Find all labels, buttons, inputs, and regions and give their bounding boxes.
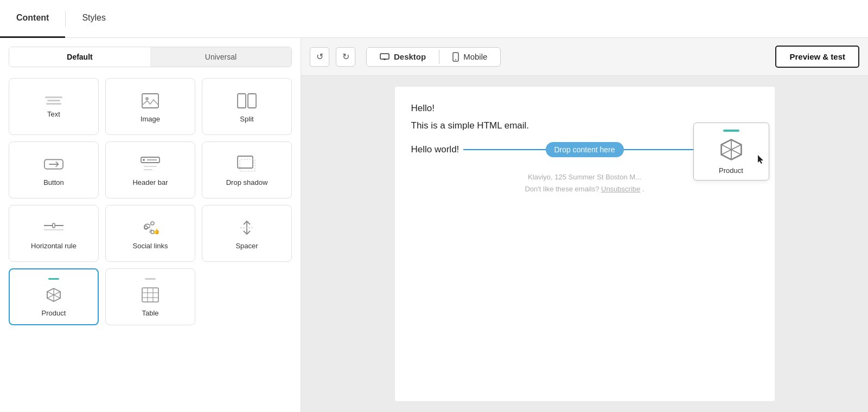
email-hello-world: Hello world! — [411, 144, 459, 155]
mobile-icon — [452, 52, 459, 62]
email-drop-row: Hello world! Drop content here — [411, 144, 758, 155]
svg-point-17 — [151, 222, 154, 225]
footer-unsubscribe-post: . — [642, 185, 644, 193]
view-toggle: Desktop Mobile — [366, 47, 501, 67]
svg-point-1 — [145, 97, 149, 100]
block-spacer-label: Spacer — [235, 242, 258, 250]
table-icon — [141, 285, 160, 305]
email-preview: Hello! This is a simple HTML email. Hell… — [395, 87, 775, 401]
svg-text:#: # — [149, 228, 152, 234]
product-icon — [44, 285, 63, 305]
blocks-grid: Text Image — [0, 74, 301, 330]
footer-unsubscribe: Don't like these emails? Unsubscribe . — [411, 183, 758, 195]
social-links-icon: # 👍 — [141, 218, 160, 237]
svg-point-7 — [143, 159, 145, 161]
table-top-lines — [145, 278, 156, 280]
text-icon — [45, 96, 62, 105]
right-canvas: ↺ ↻ Desktop Mobile — [301, 38, 868, 412]
block-social-links-label: Social links — [132, 242, 168, 250]
block-product[interactable]: Product — [9, 268, 99, 325]
footer-unsubscribe-pre: Don't like these emails? — [525, 185, 599, 193]
svg-rect-0 — [142, 94, 158, 108]
block-image-label: Image — [141, 115, 160, 123]
product-top-lines — [48, 278, 59, 280]
main-layout: Default Universal Text — [0, 38, 868, 412]
block-social-links[interactable]: # 👍 Social links — [105, 205, 195, 262]
product-teal-bar — [723, 130, 739, 132]
svg-rect-3 — [248, 94, 256, 108]
tab-row: Content Styles — [0, 0, 122, 38]
block-button-label: Button — [43, 178, 64, 186]
drop-shadow-icon — [237, 154, 257, 174]
block-split[interactable]: Split — [202, 78, 292, 135]
desktop-view-btn[interactable]: Desktop — [367, 48, 439, 66]
block-text[interactable]: Text — [9, 78, 99, 135]
block-header-bar-label: Header bar — [132, 178, 168, 186]
block-product-label: Product — [42, 309, 66, 317]
spacer-icon — [237, 218, 257, 237]
email-greeting: Hello! — [411, 103, 758, 114]
left-panel: Default Universal Text — [0, 38, 301, 412]
block-split-label: Split — [240, 115, 253, 123]
tab-content[interactable]: Content — [0, 0, 65, 38]
mobile-label: Mobile — [463, 52, 487, 61]
product-card-label: Product — [719, 166, 743, 175]
cursor-icon — [757, 154, 764, 165]
svg-point-33 — [455, 59, 456, 60]
tab-styles[interactable]: Styles — [66, 0, 122, 38]
block-text-label: Text — [47, 110, 60, 118]
block-table[interactable]: Table — [105, 268, 195, 325]
top-tab-bar: Content Styles — [0, 0, 868, 38]
segment-control: Default Universal — [9, 47, 292, 67]
split-icon — [237, 91, 257, 111]
header-bar-icon — [141, 154, 160, 174]
block-table-label: Table — [142, 309, 158, 317]
block-drop-shadow-label: Drop shadow — [226, 178, 268, 186]
button-icon — [44, 154, 63, 174]
footer-unsubscribe-link[interactable]: Unsubscribe — [601, 185, 640, 193]
redo-button[interactable]: ↻ — [336, 47, 355, 67]
canvas-area: Hello! This is a simple HTML email. Hell… — [301, 76, 868, 412]
desktop-label: Desktop — [394, 52, 426, 61]
image-icon — [141, 91, 160, 111]
svg-rect-24 — [142, 288, 158, 302]
block-drop-shadow[interactable]: Drop shadow — [202, 141, 292, 198]
block-button[interactable]: Button — [9, 141, 99, 198]
svg-rect-14 — [53, 223, 55, 228]
block-horizontal-rule-label: Horizontal rule — [31, 242, 76, 250]
segment-universal[interactable]: Universal — [150, 47, 291, 67]
block-image[interactable]: Image — [105, 78, 195, 135]
preview-test-button[interactable]: Preview & test — [775, 46, 859, 68]
canvas-toolbar: ↺ ↻ Desktop Mobile — [301, 38, 868, 76]
block-horizontal-rule[interactable]: Horizontal rule — [9, 205, 99, 262]
product-card: Product — [693, 123, 769, 181]
svg-rect-29 — [380, 54, 389, 59]
mobile-view-btn[interactable]: Mobile — [439, 48, 500, 66]
drop-content-label[interactable]: Drop content here — [545, 142, 623, 157]
product-card-icon — [719, 137, 744, 162]
segment-default[interactable]: Default — [9, 47, 150, 67]
svg-text:👍: 👍 — [153, 228, 160, 235]
block-spacer[interactable]: Spacer — [202, 205, 292, 262]
desktop-icon — [380, 53, 390, 61]
undo-button[interactable]: ↺ — [310, 47, 329, 67]
block-header-bar[interactable]: Header bar — [105, 141, 195, 198]
svg-rect-2 — [238, 94, 246, 108]
horizontal-rule-icon — [44, 218, 63, 237]
